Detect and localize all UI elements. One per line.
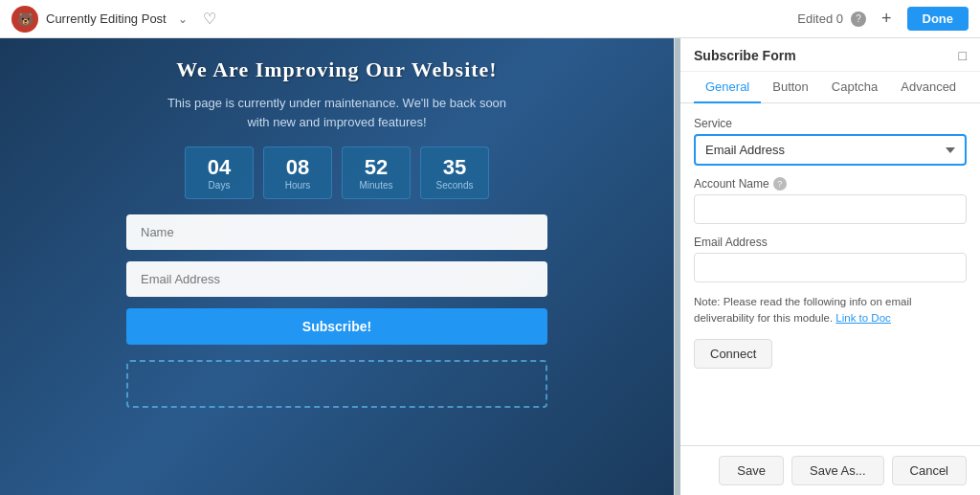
countdown-days: 04 Days [185, 146, 254, 199]
email-address-group: Email Address [694, 236, 967, 282]
chevron-down-icon[interactable]: ⌄ [174, 9, 191, 30]
right-panel: Subscribe Form □ General Button Captcha … [674, 38, 980, 495]
email-address-input[interactable] [694, 253, 967, 282]
app-logo: 🐻 [11, 6, 38, 33]
tab-advanced[interactable]: Advanced [889, 72, 968, 103]
preview-name-input[interactable] [126, 214, 547, 250]
email-address-label: Email Address [694, 236, 967, 249]
save-as-button[interactable]: Save As... [791, 456, 884, 485]
service-label: Service [694, 117, 967, 130]
preview-subtitle: This page is currently under maintenance… [155, 94, 519, 131]
service-group: Service Email Address Mailchimp ConvertK… [694, 117, 967, 166]
note-link[interactable]: Link to Doc [835, 312, 891, 324]
main-content: We Are Improving Our Website! This page … [0, 38, 980, 495]
service-select[interactable]: Email Address Mailchimp ConvertKit AWebe… [694, 134, 967, 166]
preview-title: We Are Improving Our Website! [176, 57, 497, 82]
account-name-label: Account Name ? [694, 177, 967, 191]
done-button[interactable]: Done [907, 7, 969, 31]
cancel-button[interactable]: Cancel [892, 456, 967, 485]
panel-title: Subscribe Form [694, 48, 796, 63]
subscribe-button[interactable]: Subscribe! [126, 308, 547, 345]
note-text: Note: Please read the following info on … [694, 294, 967, 327]
account-name-input[interactable] [694, 194, 967, 224]
panel-body: Service Email Address Mailchimp ConvertK… [680, 103, 980, 445]
preview-dashed-placeholder [126, 360, 547, 408]
collapse-icon[interactable]: □ [959, 48, 967, 63]
panel-footer: Save Save As... Cancel [680, 445, 980, 495]
save-button[interactable]: Save [719, 456, 784, 485]
topbar-title: Currently Editing Post [46, 11, 167, 26]
countdown-hours: 08 Hours [263, 146, 332, 199]
preview-email-input[interactable] [126, 261, 547, 297]
edited-label: Edited 0 [797, 11, 843, 26]
countdown-row: 04 Days 08 Hours 52 Minutes 35 Seconds [185, 146, 489, 199]
topbar: 🐻 Currently Editing Post ⌄ ♡ Edited 0 ? … [0, 0, 980, 38]
plus-icon[interactable]: + [874, 5, 900, 33]
panel-tabs: General Button Captcha Advanced [680, 72, 980, 103]
bell-icon[interactable]: ♡ [199, 6, 220, 32]
tab-general[interactable]: General [694, 72, 761, 103]
countdown-minutes: 52 Minutes [342, 146, 411, 199]
help-icon[interactable]: ? [851, 11, 866, 27]
panel-header: Subscribe Form □ [680, 38, 980, 72]
connect-button[interactable]: Connect [694, 339, 772, 369]
preview-area: We Are Improving Our Website! This page … [0, 38, 674, 495]
account-name-group: Account Name ? [694, 177, 967, 224]
countdown-seconds: 35 Seconds [420, 146, 489, 199]
account-name-help-icon[interactable]: ? [773, 177, 787, 191]
tab-captcha[interactable]: Captcha [820, 72, 889, 103]
tab-button[interactable]: Button [761, 72, 820, 103]
